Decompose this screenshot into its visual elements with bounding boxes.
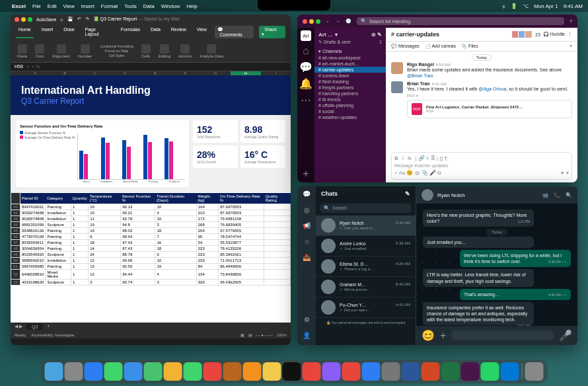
- view-normal-icon[interactable]: ▦: [240, 332, 244, 337]
- drafts-item[interactable]: ✎ Drafts & sent 1: [318, 39, 382, 46]
- mic-icon[interactable]: 🎤: [559, 329, 572, 342]
- styles-group[interactable]: Conditional FormattingFormat as TableCel…: [97, 43, 135, 59]
- search-icon[interactable]: 🔍: [566, 192, 572, 198]
- status-icon[interactable]: ◎: [302, 206, 311, 215]
- workspace-icon[interactable]: AH: [301, 30, 311, 41]
- dock-reminders[interactable]: [243, 362, 262, 381]
- chat-item[interactable]: Elisha St. D…9:29 AM✓ There's a big a…: [316, 256, 416, 277]
- sheet-tab[interactable]: Q3: [26, 324, 43, 330]
- share-button[interactable]: Share ▾: [259, 26, 285, 38]
- tab-draw[interactable]: Draw: [61, 26, 77, 38]
- tab-view[interactable]: View: [194, 26, 209, 38]
- file-attachment[interactable]: PDF Fine Art Logistics_Carrier Packet_Sh…: [407, 100, 572, 118]
- search-input[interactable]: 🔍Search: [320, 204, 412, 213]
- channel-item[interactable]: # ltr-trends: [318, 96, 382, 102]
- more-icon[interactable]: ⋯: [301, 94, 311, 106]
- minimize-button[interactable]: [21, 17, 26, 22]
- dock-trash[interactable]: [525, 362, 544, 381]
- message[interactable]: Rigo Rangel8:54 AM Brian made some updat…: [391, 62, 572, 79]
- cells-group[interactable]: Cells: [139, 43, 153, 59]
- dock-onedrive[interactable]: [501, 362, 519, 381]
- activity-icon[interactable]: 🔔: [299, 77, 312, 90]
- autosave-toggle[interactable]: AutoSave: [36, 17, 56, 22]
- profile-icon[interactable]: 👤: [302, 332, 311, 341]
- dock-settings[interactable]: [382, 362, 400, 381]
- control-center-icon[interactable]: ⌥: [523, 3, 529, 9]
- close-button[interactable]: [303, 19, 307, 24]
- worksheet[interactable]: ABCDEFGHI International Art Handling Q3 …: [11, 71, 291, 323]
- message-bubble[interactable]: Just emailed you…: [423, 237, 534, 248]
- view-page-icon[interactable]: ▤: [248, 332, 252, 337]
- starred-icon[interactable]: ☆: [302, 238, 311, 247]
- workspace-name[interactable]: Art … ▾ ⊜ ✎: [318, 30, 382, 39]
- tab-formulas[interactable]: Formulas: [118, 26, 143, 38]
- search-input[interactable]: 🔍Search Art Handling: [357, 17, 564, 25]
- chat-item[interactable]: Graham M…8:40 AM✓ We've just ex…: [316, 277, 416, 297]
- chat-item[interactable]: Po-Chun Y…4:41 AM✓ Did you see t…: [316, 297, 416, 318]
- editing-group[interactable]: Editing: [156, 43, 173, 59]
- settings-icon[interactable]: ⚙: [302, 316, 311, 325]
- dock-mail[interactable]: [124, 362, 143, 381]
- name-box[interactable]: H58: [15, 64, 23, 69]
- dock-notes[interactable]: [263, 362, 281, 381]
- chat-item[interactable]: Andre Lorico9:39 AM✓ Just emailed…: [316, 236, 416, 256]
- mention[interactable]: @Brian Tran: [407, 73, 433, 78]
- zoom-button[interactable]: [316, 19, 320, 24]
- addins-group[interactable]: Add-ins: [176, 43, 194, 59]
- comments-button[interactable]: 💬 Comments: [215, 26, 254, 38]
- dock-slack[interactable]: [461, 362, 480, 381]
- message-composer[interactable]: B I S | 🔗 ≡ ≣ | {} ¶ Message #carrier-up…: [391, 152, 572, 180]
- chat-item[interactable]: Ryan Notch9:41 AM✓ Can you send m…: [316, 215, 416, 236]
- minimize-button[interactable]: [309, 19, 314, 24]
- dock-calendar[interactable]: [203, 362, 222, 381]
- paste-group[interactable]: Paste: [15, 43, 30, 59]
- channel-item[interactable]: # all-new-workspace: [318, 55, 382, 61]
- message-bubble[interactable]: That's amazing…9:40 AM ✓✓: [460, 289, 571, 300]
- more-icon[interactable]: ⋮: [568, 32, 572, 37]
- analyze-group[interactable]: Analyze Data: [197, 43, 226, 59]
- undo-icon[interactable]: ↶: [77, 17, 81, 22]
- sheet-nav[interactable]: ◀ ▶: [15, 324, 22, 330]
- channel-name[interactable]: # carrier-updates: [391, 31, 439, 38]
- number-group[interactable]: Number: [75, 43, 94, 59]
- message-bubble[interactable]: We've been doing LTL shipping for a whil…: [460, 250, 571, 267]
- message-bubble[interactable]: LTR is way better. Less transit time, lo…: [423, 269, 534, 286]
- channel-item[interactable]: # comms-team: [318, 73, 382, 79]
- channels-header[interactable]: ▾ Channels: [318, 48, 382, 55]
- avatar[interactable]: [422, 189, 433, 201]
- dock-music[interactable]: [303, 362, 321, 381]
- tab-home[interactable]: Home: [16, 26, 34, 38]
- accessibility-status[interactable]: Accessibility: Investigate: [31, 333, 74, 337]
- battery-icon[interactable]: 🔋: [511, 3, 517, 9]
- archive-icon[interactable]: 📥: [302, 254, 311, 263]
- channels-icon[interactable]: 📢: [302, 222, 311, 231]
- home-icon[interactable]: ⌂: [303, 45, 309, 57]
- dock-launchpad[interactable]: [65, 362, 83, 381]
- close-button[interactable]: [15, 17, 19, 22]
- menubar-time[interactable]: 9:41 AM: [564, 3, 583, 9]
- help-icon[interactable]: ?: [570, 19, 572, 24]
- menubar-date[interactable]: Mon Apr 1: [534, 3, 558, 9]
- home-icon[interactable]: ⌂: [60, 17, 63, 22]
- emoji-icon[interactable]: 😊: [422, 329, 435, 342]
- message[interactable]: Brian Tran9:41 AM Yes, I have it here. I…: [391, 81, 572, 118]
- redo-icon[interactable]: ↷: [85, 17, 89, 22]
- huddle-button[interactable]: 🎧 Huddle: [543, 32, 565, 37]
- dock-whatsapp[interactable]: [481, 362, 499, 381]
- chat-contact-name[interactable]: Ryan Notch: [437, 192, 465, 198]
- member-avatars[interactable]: [513, 30, 533, 38]
- data-table[interactable]: Parcel IDCategoryQuantityTemperature (°C…: [11, 192, 291, 286]
- channel-item[interactable]: # art-market-aucti…: [318, 61, 382, 67]
- dock-maps[interactable]: [144, 362, 163, 381]
- tab-messages[interactable]: 💬 Messages: [391, 44, 420, 49]
- dock-contacts[interactable]: [223, 362, 242, 381]
- tab-review[interactable]: Review: [168, 26, 189, 38]
- wifi-icon[interactable]: ⏚: [502, 3, 505, 9]
- attach-icon[interactable]: +: [440, 330, 446, 342]
- nav-back-icon[interactable]: ←: [326, 19, 330, 24]
- dock-messages[interactable]: [104, 362, 123, 381]
- dock-news[interactable]: [342, 362, 361, 381]
- font-group[interactable]: Font: [32, 43, 47, 59]
- add-tab-icon[interactable]: +: [570, 44, 572, 49]
- formula-input[interactable]: [44, 64, 287, 69]
